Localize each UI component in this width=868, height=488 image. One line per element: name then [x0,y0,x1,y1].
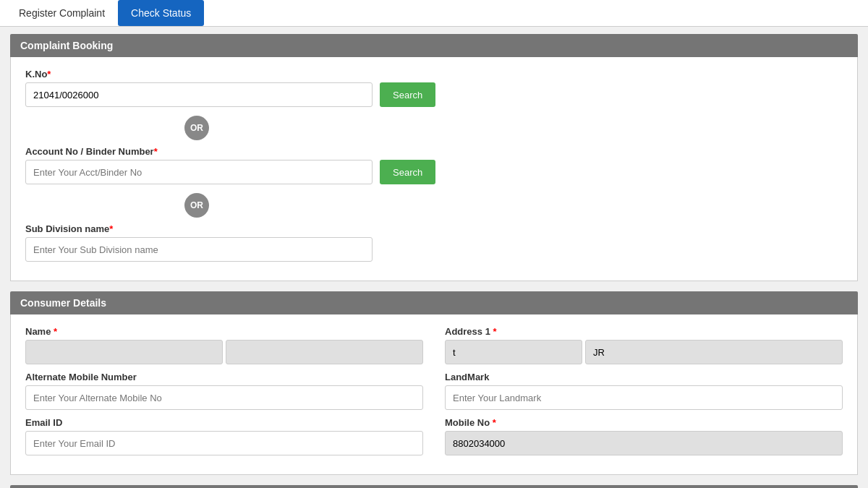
consumer-right-col: Address 1 * LandMark [445,326,843,463]
mobile-no-label: Mobile No * [445,417,843,428]
landmark-label: LandMark [445,372,843,382]
complaint-booking-body: K.No* 21041/0026000 Search OR Account No… [10,57,858,281]
mobile-no-group: Mobile No * [445,417,843,455]
consumer-details-body: Name * Alternate Mobile Number [10,314,858,475]
address1-label: Address 1 * [445,326,843,337]
account-no-input[interactable] [25,160,373,184]
consumer-two-col: Name * Alternate Mobile Number [25,326,843,463]
consumer-details-section: Consumer Details Name * [10,291,858,475]
complaint-details-header: Complaint Details [10,485,858,488]
subdivision-input[interactable] [25,237,373,262]
address1-input-2[interactable] [585,340,843,364]
address1-input-1[interactable] [445,340,582,364]
complaint-booking-header: Complaint Booking [10,34,858,57]
consumer-details-header: Consumer Details [10,291,858,314]
tab-check-status[interactable]: Check Status [118,0,204,26]
subdivision-group: Sub Division name* [25,223,843,262]
address1-input-row [445,340,843,364]
complaint-details-section: Complaint Details Complaint Type <<== Se… [10,485,858,488]
account-no-group: Account No / Binder Number* Search [25,146,843,187]
account-no-input-row: Search [25,160,843,184]
email-label: Email ID [25,417,423,428]
alt-mobile-label: Alternate Mobile Number [25,372,423,382]
or-divider-1: OR [184,116,209,140]
landmark-input[interactable] [445,385,843,410]
name-input-first[interactable] [25,340,223,364]
name-input-row [25,340,423,364]
kno-label: K.No* [25,69,843,80]
complaint-booking-section: Complaint Booking K.No* 21041/0026000 Se… [10,34,858,281]
top-tabs: Register Complaint Check Status [0,0,868,27]
account-search-button[interactable]: Search [380,160,435,184]
mobile-no-input[interactable] [445,431,843,455]
tab-register-complaint[interactable]: Register Complaint [6,0,118,26]
kno-input[interactable]: 21041/0026000 [25,82,373,107]
name-input-last[interactable] [226,340,423,364]
subdivision-label: Sub Division name* [25,223,843,234]
alt-mobile-input[interactable] [25,385,423,410]
alt-mobile-group: Alternate Mobile Number [25,372,423,410]
or-divider-2: OR [184,193,209,218]
kno-group: K.No* 21041/0026000 Search [25,69,843,110]
email-group: Email ID [25,417,423,455]
kno-search-button[interactable]: Search [380,82,435,107]
email-input[interactable] [25,431,423,455]
address1-group: Address 1 * [445,326,843,364]
name-label: Name * [25,326,423,337]
landmark-group: LandMark [445,372,843,410]
name-group: Name * [25,326,423,364]
kno-input-row: 21041/0026000 Search [25,82,843,107]
account-no-label: Account No / Binder Number* [25,146,843,157]
page-content: Complaint Booking K.No* 21041/0026000 Se… [0,27,868,488]
consumer-left-col: Name * Alternate Mobile Number [25,326,423,463]
